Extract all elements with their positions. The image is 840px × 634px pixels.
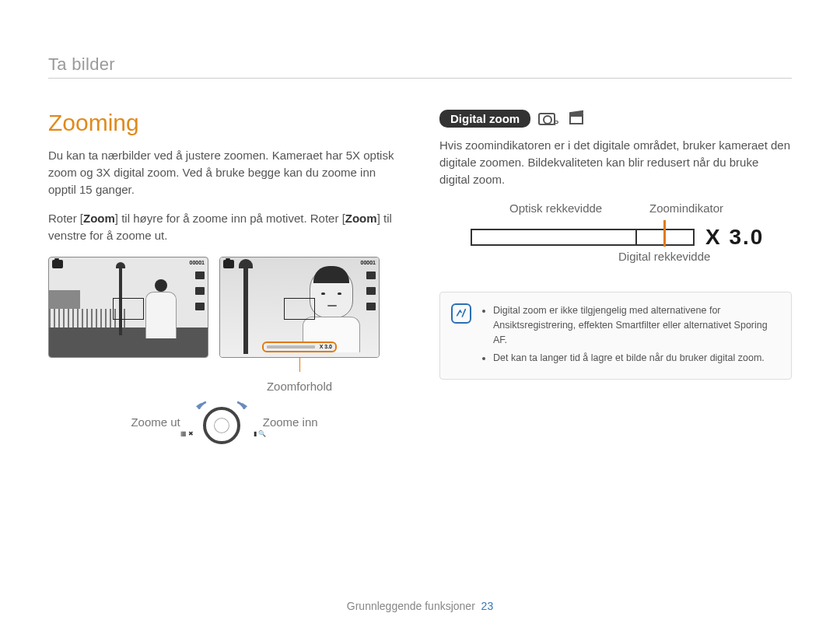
footer-section: Grunnleggende funksjoner [347, 600, 475, 612]
camera-mode-icon [52, 260, 63, 268]
osd-right-strip [366, 271, 376, 310]
p2-pre: Roter [ [48, 212, 83, 225]
right-column: Digital zoom P Hvis zoomindikatoren er i… [439, 110, 792, 444]
zoom-dial: ▦ ✖ ▮ 🔍 [191, 401, 252, 444]
zoomforhold-label: Zoomforhold [219, 380, 380, 393]
digital-zoom-paragraph: Hvis zoomindikatoren er i det digitale o… [439, 137, 792, 187]
camera-p-mode-icon [538, 113, 555, 125]
heading-zooming: Zooming [48, 110, 401, 136]
camera-mode-icon [223, 260, 234, 268]
zooming-paragraph-2: Roter [Zoom] til høyre for å zoome inn p… [48, 210, 401, 244]
optical-segment [472, 230, 635, 244]
camera-screenshots: 00001 [48, 257, 401, 358]
screenshot-wide: 00001 [48, 257, 208, 358]
note-box: Digital zoom er ikke tilgjengelig med al… [439, 292, 792, 380]
zooming-paragraph-1: Du kan ta nærbilder ved å justere zoomen… [48, 147, 401, 198]
zoom-x-value: X 3.0 [705, 225, 764, 250]
page-footer: Grunnleggende funksjoner 23 [0, 600, 840, 612]
dial-ring-icon [203, 407, 240, 444]
zoom-range-bar [471, 229, 695, 246]
zoom-in-label: Zoome inn [263, 415, 318, 429]
zoom-indicator-marker [663, 220, 666, 247]
screenshot-zoomed: 00001 X 3.0 [219, 257, 380, 358]
focus-rectangle [284, 298, 315, 320]
zoom-bar-callout: X 3.0 [262, 342, 337, 352]
left-column: Zooming Du kan ta nærbilder ved å juster… [48, 110, 401, 444]
optical-range-label: Optisk rekkevidde [509, 201, 649, 215]
digital-range-label: Digital rekkevidde [618, 250, 710, 263]
scene-mode-icon [569, 114, 583, 124]
zoom-dial-row: Zoome ut ▦ ✖ ▮ 🔍 Zoome inn [48, 401, 401, 444]
osd-right-strip [195, 271, 205, 310]
zoom-range-diagram: Optisk rekkevidde Zoomindikator X 3.0 Di… [463, 201, 792, 287]
shot-counter: 00001 [190, 260, 205, 268]
p2-bold-1: Zoom [83, 212, 115, 225]
zoom-bar-text: X 3.0 [320, 344, 332, 349]
wide-icon: ▦ ✖ [180, 430, 194, 437]
breadcrumb: Ta bilder [48, 54, 792, 79]
mode-icons: P [538, 113, 583, 125]
shot-counter: 00001 [361, 260, 376, 268]
p2-mid: ] til høyre for å zoome inn på motivet. … [115, 212, 345, 225]
zoom-indicator-label: Zoomindikator [649, 201, 723, 215]
digital-zoom-pill: Digital zoom [439, 110, 530, 128]
note-item-2: Det kan ta langer tid å lagre et bilde n… [493, 351, 779, 366]
p2-bold-2: Zoom [345, 212, 377, 225]
footer-page-number: 23 [481, 600, 494, 612]
note-icon [451, 303, 471, 324]
tele-icon: ▮ 🔍 [254, 430, 266, 437]
focus-rectangle [113, 298, 144, 320]
zoom-out-label: Zoome ut [131, 415, 180, 429]
callout-leader-line [299, 358, 300, 372]
note-item-1: Digital zoom er ikke tilgjengelig med al… [493, 303, 779, 347]
